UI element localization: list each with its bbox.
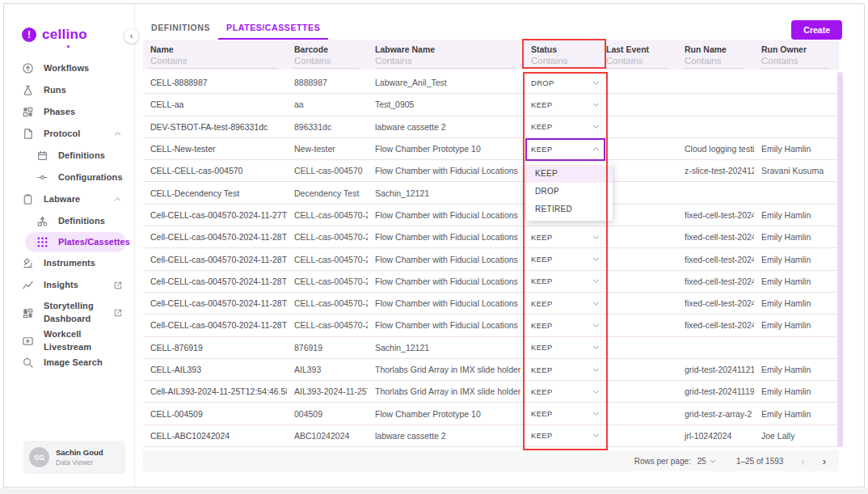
vertical-scrollbar[interactable]	[837, 72, 843, 447]
cell-run-name: Cloud logging testing	[677, 144, 754, 154]
cell-run-name: fixed-cell-test-202411...	[677, 298, 754, 308]
table-row[interactable]: Cell-CELL-cas-004570-2024-11-27T13:43:57…	[143, 205, 839, 226]
user-card[interactable]: SG Sachin Goud Data Viewer	[23, 441, 125, 474]
table-row[interactable]: Cell-AIL393-2024-11-25T12:54:46.589ZAIL3…	[143, 381, 839, 403]
next-page-button[interactable]: ›	[823, 456, 826, 467]
table-row[interactable]: Cell-CELL-cas-004570-2024-11-28T09:19:17…	[143, 248, 839, 270]
sidebar-item-insights[interactable]: Insights	[4, 274, 134, 296]
status-select[interactable]: KEEP	[531, 431, 599, 440]
cell-barcode: Decendency Test	[287, 188, 368, 198]
column-filter-input[interactable]: Contains	[761, 56, 830, 69]
cell-status: KEEP	[524, 233, 599, 242]
status-select[interactable]: KEEP	[531, 409, 599, 418]
chevron-up-icon[interactable]	[112, 194, 123, 205]
table-row[interactable]: CELL-876919876919Sachin_12121KEEP	[143, 337, 839, 359]
table-row[interactable]: Cell-CELL-cas-004570-2024-11-28T06:58:12…	[143, 293, 839, 315]
protocol-icon	[22, 128, 34, 140]
status-select[interactable]: KEEP	[531, 343, 599, 352]
avatar: SG	[29, 447, 49, 467]
table-row[interactable]: CELL-CELL-cas-004570CELL-cas-004570Flow …	[143, 160, 839, 182]
status-option-drop[interactable]: DROP	[526, 183, 613, 201]
status-select[interactable]: KEEP	[531, 277, 599, 285]
sidebar-item-phases[interactable]: Phases	[4, 101, 134, 123]
sidebar-item-storytelling-dashboard[interactable]: Storytelling Dashboard	[4, 296, 134, 330]
status-option-retired[interactable]: RETIRED	[526, 201, 613, 218]
status-select[interactable]: KEEP	[531, 122, 599, 131]
sidebar-item-workcell-livestream[interactable]: Workcell Livestream	[4, 330, 134, 352]
cell-labware-name: Sachin_12121	[368, 343, 524, 353]
cell-labware-name: Test_0905	[368, 99, 524, 109]
sidebar-item-runs[interactable]: Runs	[4, 79, 134, 101]
runs-icon	[22, 84, 34, 96]
status-select-value: KEEP	[531, 365, 553, 374]
status-select[interactable]: KEEP	[531, 145, 599, 154]
column-filter-input[interactable]: Contains	[685, 56, 745, 69]
column-filter-input[interactable]: Contains	[294, 56, 359, 69]
brand-name: cellino	[42, 27, 87, 43]
column-label[interactable]: Status	[531, 44, 592, 54]
table-row[interactable]: CELL-AIL393AIL393Thorlabs Grid Array in …	[143, 359, 839, 381]
prev-page-button[interactable]: ‹	[801, 456, 804, 467]
status-select-value: KEEP	[531, 321, 553, 330]
table-row[interactable]: Cell-CELL-cas-004570-2024-11-28T09:10:12…	[143, 226, 839, 248]
sidebar-item-workflows[interactable]: Workflows	[4, 57, 134, 79]
sidebar-item-configurations[interactable]: Configurations	[4, 167, 134, 188]
status-select[interactable]: KEEP	[531, 255, 599, 264]
status-option-keep[interactable]: KEEP	[526, 165, 613, 183]
cell-name: Cell-CELL-cas-004570-2024-11-28T09:08:46…	[143, 320, 287, 330]
table-row[interactable]: CELL-aaaaTest_0905KEEP	[143, 94, 839, 116]
cell-labware-name: Labware_Anil_Test	[368, 78, 524, 87]
status-select-value: KEEP	[531, 431, 553, 440]
status-select[interactable]: KEEP	[531, 299, 599, 308]
sidebar-item-labware[interactable]: Labware	[4, 188, 134, 210]
column-filter-input[interactable]: Contains	[375, 56, 515, 69]
cell-barcode: CELL-cas-004570-20...	[287, 210, 368, 220]
table-row[interactable]: CELL-88889878888987Labware_Anil_TestDROP	[143, 72, 839, 94]
table-row[interactable]: DEV-STBOT-FA-test-896331dc896331dclabwar…	[143, 116, 839, 138]
sidebar: ! cellino ‹ WorkflowsRunsPhasesProtocolD…	[4, 4, 135, 487]
status-select[interactable]: DROP	[531, 78, 599, 87]
sidebar-item-label: Protocol	[44, 128, 80, 141]
sidebar-item-plates-cassettes[interactable]: Plates/Cassettes	[25, 232, 126, 252]
table-row[interactable]: Cell-CELL-cas-004570-2024-11-28T09:08:46…	[143, 315, 839, 336]
column-filter-input[interactable]: Contains	[531, 56, 590, 69]
rows-per-page-select[interactable]: 25	[697, 457, 717, 466]
chevron-down-icon	[592, 343, 599, 352]
column-label[interactable]: Labware Name	[375, 44, 516, 54]
status-select[interactable]: KEEP	[531, 100, 599, 109]
sidebar-item-label: Definitions	[58, 150, 105, 163]
cell-labware-name: labware cassette 2	[368, 122, 524, 132]
grid-dots-icon	[36, 236, 48, 248]
status-select[interactable]: KEEP	[531, 387, 599, 396]
status-select[interactable]: KEEP	[531, 233, 599, 242]
cell-run-owner: Emily Hamlin	[754, 365, 839, 374]
sidebar-item-instruments[interactable]: Instruments	[4, 252, 134, 274]
sidebar-item-definitions[interactable]: Definitions	[4, 145, 134, 167]
external-link-icon	[113, 308, 123, 319]
status-select[interactable]: KEEP	[531, 365, 599, 374]
table-row[interactable]: CELL-New-testerNew-testerFlow Chamber Pr…	[143, 138, 839, 160]
cell-name: CELL-ABC10242024	[143, 431, 287, 441]
tab-definitions[interactable]: DEFINITIONS	[143, 15, 218, 40]
sidebar-item-label: Workflows	[44, 62, 89, 75]
column-label[interactable]: Run Name	[685, 44, 747, 54]
sidebar-item-definitions[interactable]: Definitions	[4, 210, 134, 232]
cell-run-owner: Emily Hamlin	[754, 232, 839, 242]
table-row[interactable]: CELL-004509004509Flow Chamber Prototype …	[143, 403, 839, 424]
table-row[interactable]: Cell-CELL-cas-004570-2024-11-28T06:58:12…	[143, 271, 839, 293]
status-select[interactable]: KEEP	[531, 321, 599, 330]
table-row[interactable]: CELL-Decendency TestDecendency TestSachi…	[143, 182, 839, 204]
column-label[interactable]: Run Owner	[761, 44, 832, 54]
sidebar-item-protocol[interactable]: Protocol	[4, 123, 134, 145]
chevron-up-icon[interactable]	[112, 129, 123, 139]
create-button[interactable]: Create	[791, 20, 842, 40]
cell-barcode: AIL393	[287, 365, 368, 374]
table-row[interactable]: CELL-ABC10242024ABC10242024labware casse…	[143, 425, 839, 447]
sidebar-item-image-search[interactable]: Image Search	[4, 352, 134, 374]
column-label[interactable]: Last Event	[606, 44, 670, 54]
column-filter-input[interactable]: Contains	[150, 56, 278, 69]
column-label[interactable]: Barcode	[294, 44, 360, 54]
tab-plates-cassettes[interactable]: PLATES/CASSETTES	[218, 15, 328, 40]
column-label[interactable]: Name	[150, 44, 280, 54]
column-filter-input[interactable]: Contains	[606, 56, 668, 69]
